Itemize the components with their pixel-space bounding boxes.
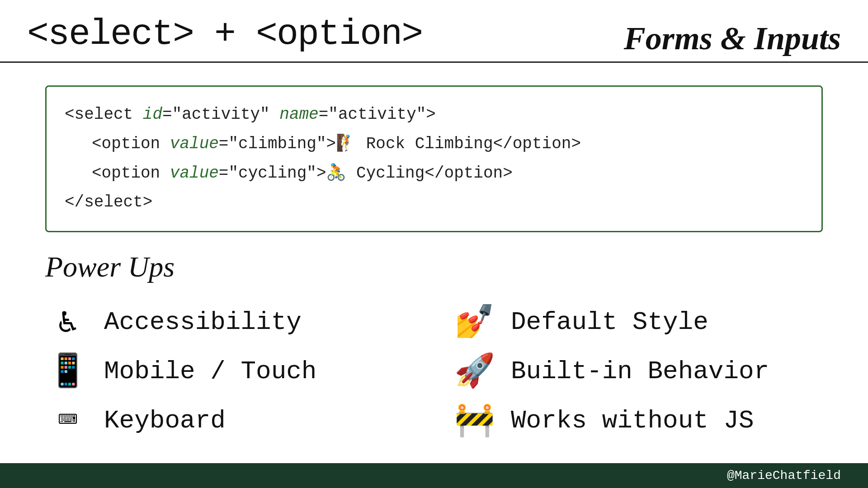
- default-style-label: Default Style: [511, 308, 708, 337]
- list-item: 📱 Mobile / Touch: [45, 347, 416, 396]
- code-tag-select-close: </select>: [65, 193, 152, 211]
- code-attr-id: id: [143, 105, 162, 124]
- keyboard-label: Keyboard: [104, 406, 226, 435]
- code-option-2-open: <option: [92, 164, 170, 183]
- code-eq-4: ="cycling">🚴 Cycling</option>: [219, 164, 513, 183]
- built-in-behavior-icon: 🚀: [452, 351, 497, 391]
- code-attr-value-2: value: [170, 164, 219, 183]
- code-attr-value-1: value: [170, 135, 219, 153]
- code-line-3: <option value="cycling">🚴 Cycling</optio…: [65, 159, 803, 188]
- code-option-1-open: <option: [92, 135, 170, 153]
- accessibility-label: Accessibility: [104, 308, 302, 337]
- header: <select> + <option> Forms & Inputs: [0, 0, 868, 63]
- works-without-js-icon: 🚧: [452, 400, 497, 441]
- code-eq-1: ="activity": [162, 105, 279, 124]
- code-eq-3: ="climbing">🧗 Rock Climbing</option>: [219, 135, 581, 153]
- list-item: ⌨️ Keyboard: [45, 396, 416, 445]
- works-without-js-label: Works without JS: [511, 406, 754, 435]
- power-ups-title: Power Ups: [45, 250, 823, 284]
- mobile-icon: 📱: [45, 351, 90, 391]
- list-item: 🚀 Built-in Behavior: [452, 347, 823, 396]
- code-line-2: <option value="climbing">🧗 Rock Climbing…: [65, 130, 803, 159]
- list-item: ♿ Accessibility: [45, 297, 416, 347]
- code-line-4: </select>: [65, 188, 803, 217]
- twitter-handle: @MarieChatfield: [727, 469, 841, 483]
- default-style-icon: 💅: [452, 302, 497, 342]
- code-block: <select id="activity" name="activity"> <…: [65, 100, 803, 217]
- power-ups-left-col: ♿ Accessibility 📱 Mobile / Touch ⌨️ Keyb…: [45, 297, 416, 445]
- list-item: 💅 Default Style: [452, 297, 823, 347]
- power-ups-right-col: 💅 Default Style 🚀 Built-in Behavior 🚧 Wo…: [452, 297, 823, 445]
- code-attr-name: name: [279, 105, 318, 124]
- code-line-1: <select id="activity" name="activity">: [65, 100, 803, 130]
- mobile-label: Mobile / Touch: [104, 357, 316, 386]
- main-title: <select> + <option>: [27, 14, 422, 55]
- power-ups-section: Power Ups ♿ Accessibility 📱 Mobile / Tou…: [45, 250, 823, 445]
- power-ups-grid: ♿ Accessibility 📱 Mobile / Touch ⌨️ Keyb…: [45, 297, 823, 445]
- accessibility-icon: ♿: [45, 302, 90, 342]
- footer: @MarieChatfield: [0, 463, 868, 488]
- category-label: Forms & Inputs: [624, 22, 841, 55]
- code-tag-select-open: <select: [65, 105, 143, 124]
- built-in-behavior-label: Built-in Behavior: [511, 357, 769, 386]
- code-block-container: <select id="activity" name="activity"> <…: [45, 85, 823, 232]
- keyboard-icon: ⌨️: [45, 400, 90, 441]
- code-eq-2: ="activity">: [319, 105, 436, 124]
- list-item: 🚧 Works without JS: [452, 396, 823, 445]
